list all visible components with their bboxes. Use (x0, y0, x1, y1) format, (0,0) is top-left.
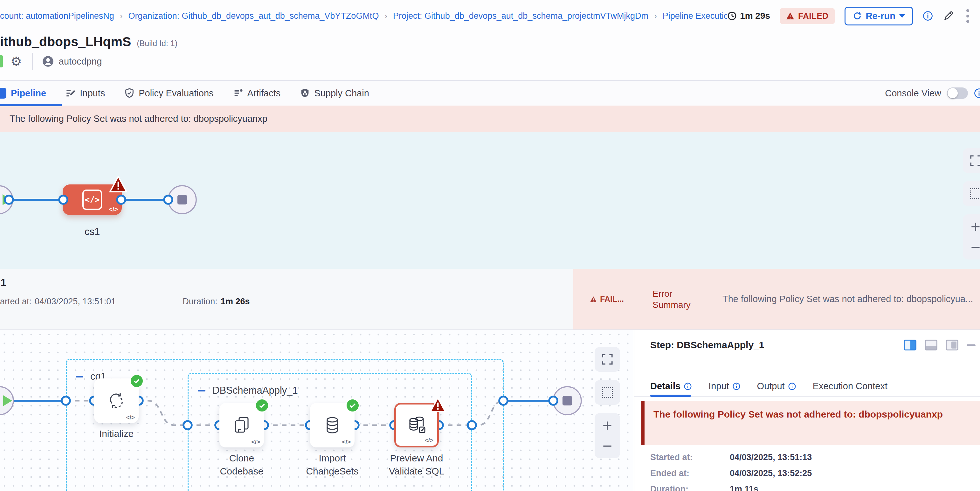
tab-input[interactable]: Input (708, 381, 741, 391)
stage-node-label: cs1 (63, 226, 122, 238)
inputs-icon (65, 88, 76, 99)
status-badge: FAILED (780, 8, 835, 24)
bottom-split: cg1 DBSchemaApply_1 (0, 330, 980, 491)
canvas-controls: + − (595, 347, 620, 458)
divider (32, 53, 33, 70)
tab-supply-chain[interactable]: Supply Chain (299, 88, 369, 99)
tab-execution-context-label: Execution Context (813, 381, 888, 391)
top-bar: count: automationPipelinesNg › Organizat… (0, 0, 980, 32)
supply-chain-icon (299, 88, 310, 99)
breadcrumb-account[interactable]: count: automationPipelinesNg (0, 11, 114, 21)
tag-sliver (0, 55, 3, 67)
field-duration: Duration: 1m 11s (650, 484, 758, 491)
console-view-control: Console View (885, 87, 980, 99)
tab-pipeline[interactable]: Pipeline (11, 88, 46, 99)
sync-icon (106, 391, 127, 411)
ended-at-value: 04/03/2025, 13:52:25 (730, 469, 812, 478)
duration-label: Duration: (650, 484, 730, 491)
tab-details-label: Details (650, 381, 681, 391)
zoom-controls: + − (963, 215, 980, 259)
tab-policy-evaluations-label: Policy Evaluations (138, 88, 213, 99)
stage-graph-canvas[interactable]: </> </> cs1 + − (0, 132, 980, 269)
info-icon[interactable] (684, 382, 692, 391)
stage-meta: arted at: 04/03/2025, 13:51:01 Duration:… (0, 297, 250, 307)
started-at-label: arted at: (0, 297, 32, 307)
fullscreen-icon (969, 154, 980, 167)
rerun-label: Re-run (866, 11, 896, 21)
stage-name: 1 (1, 277, 6, 288)
zoom-controls: + − (595, 413, 620, 458)
fullscreen-button[interactable] (595, 347, 620, 372)
fullscreen-button[interactable] (963, 148, 980, 173)
fullscreen-icon (601, 353, 613, 365)
stage-summary-left: 1 arted at: 04/03/2025, 13:51:01 Duratio… (0, 269, 573, 329)
step-group-dbschemaapply-header[interactable]: DBSchemaApply_1 (198, 385, 298, 396)
pipeline-tab-icon (0, 88, 6, 99)
more-options-icon[interactable] (964, 8, 972, 24)
layout-floating-icon[interactable] (946, 340, 958, 350)
breadcrumb-pipeline-executions[interactable]: Pipeline Executions (663, 11, 727, 21)
collapse-icon[interactable] (198, 390, 205, 391)
step-label-preview-validate-sql: Preview And Validate SQL (382, 452, 452, 478)
info-icon[interactable] (974, 88, 980, 99)
pipeline-execution-page: count: automationPipelinesNg › Organizat… (0, 0, 980, 491)
step-error-message: The following Policy Set was not adhered… (654, 409, 943, 420)
info-icon[interactable] (923, 11, 933, 21)
tab-supply-chain-label: Supply Chain (314, 88, 369, 99)
layout-bottom-split-icon[interactable] (925, 340, 937, 350)
info-icon[interactable] (788, 382, 796, 391)
duration-value: 1m 11s (730, 484, 758, 491)
marquee-icon (970, 188, 980, 199)
step-label-import-changesets: Import ChangeSets (297, 452, 367, 478)
step-label-initialize: Initialize (81, 427, 151, 440)
started-at-value: 04/03/2025, 13:51:13 (730, 453, 812, 462)
field-started-at: Started at: 04/03/2025, 13:51:13 (650, 453, 812, 462)
layout-right-split-icon[interactable] (904, 340, 916, 350)
gear-icon[interactable]: ⚙ (11, 55, 22, 68)
duration-value: 1m 26s (221, 297, 250, 307)
tab-details[interactable]: Details (650, 381, 692, 391)
console-view-toggle[interactable] (947, 87, 968, 99)
policy-violation-text: The following Policy Set was not adhered… (10, 114, 267, 124)
step-success-icon (255, 399, 269, 412)
artifacts-icon (233, 88, 243, 99)
stage-graph-edges (0, 132, 980, 269)
execution-tab-bar: Pipeline Inputs Policy Evaluations Artif… (0, 80, 980, 106)
execution-graph-canvas[interactable]: cg1 DBSchemaApply_1 (0, 330, 634, 491)
clone-codebase-icon (231, 415, 252, 435)
canvas-controls: + − (963, 148, 980, 259)
step-panel-title: Step: DBSchemaApply_1 (650, 340, 764, 350)
user-name: autocdpng (59, 56, 102, 67)
tab-pipeline-label: Pipeline (11, 88, 46, 99)
policy-violation-banner: The following Policy Set was not adhered… (0, 106, 980, 132)
triggered-by-user[interactable]: autocdpng (41, 55, 102, 68)
breadcrumb-project[interactable]: Project: Github_db_devops_aut_db_schema_… (393, 11, 648, 21)
shield-check-icon (124, 88, 135, 99)
tab-policy-evaluations[interactable]: Policy Evaluations (124, 88, 213, 99)
tab-execution-context[interactable]: Execution Context (813, 381, 888, 391)
marquee-select-button[interactable] (963, 181, 980, 206)
active-tab-underline (650, 395, 691, 397)
started-at-value: 04/03/2025, 13:51:01 (35, 297, 116, 307)
stage-warning-badge-icon (110, 176, 127, 192)
collapse-icon[interactable] (76, 376, 83, 377)
fail-chip: FAIL... (590, 294, 624, 304)
zoom-out-button[interactable]: − (963, 235, 980, 259)
active-tab-underline (0, 104, 62, 106)
rerun-button[interactable]: Re-run (845, 7, 913, 25)
tab-artifacts[interactable]: Artifacts (233, 88, 281, 99)
field-ended-at: Ended at: 04/03/2025, 13:52:25 (650, 469, 812, 478)
refresh-icon (853, 11, 862, 21)
zoom-out-button[interactable]: − (595, 434, 620, 458)
marquee-select-button[interactable] (595, 380, 620, 405)
console-view-label: Console View (885, 88, 941, 99)
edit-pencil-icon[interactable] (943, 10, 954, 22)
breadcrumb-organization[interactable]: Organization: Github_db_devops_aut_db_sc… (128, 11, 379, 21)
tab-inputs[interactable]: Inputs (65, 88, 105, 99)
error-summary-label: Error Summary (652, 288, 705, 310)
step-group-dbschemaapply-label: DBSchemaApply_1 (212, 385, 298, 396)
info-icon[interactable] (732, 382, 741, 391)
database-check-icon (406, 415, 427, 435)
tab-output[interactable]: Output (757, 381, 796, 391)
minimize-panel-icon[interactable] (967, 345, 975, 346)
